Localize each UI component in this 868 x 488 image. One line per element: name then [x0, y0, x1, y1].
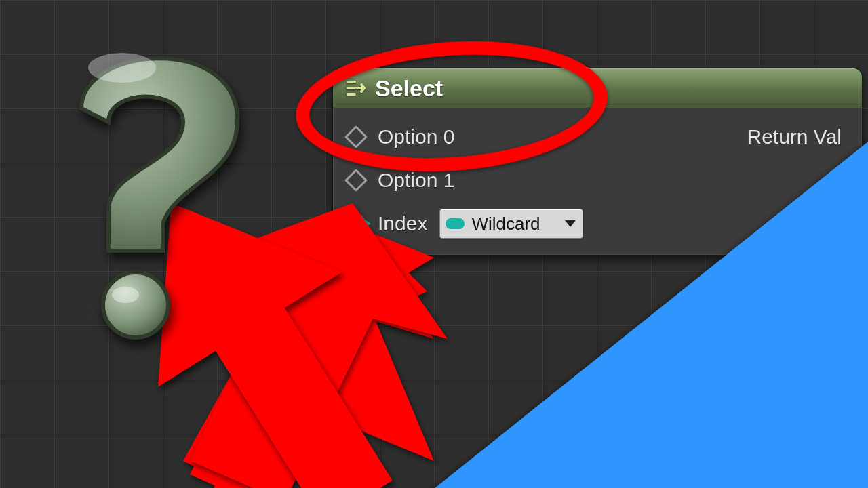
corner-triangle-decoration	[431, 139, 868, 488]
select-node-header[interactable]: Select	[333, 68, 862, 108]
index-pin-label: Index	[378, 212, 427, 235]
select-node-title: Select	[375, 75, 443, 102]
wildcard-pin-icon[interactable]	[347, 129, 366, 145]
index-pin-icon[interactable]	[347, 214, 366, 234]
select-node-icon	[345, 78, 366, 98]
wildcard-pin-icon[interactable]	[347, 172, 366, 188]
